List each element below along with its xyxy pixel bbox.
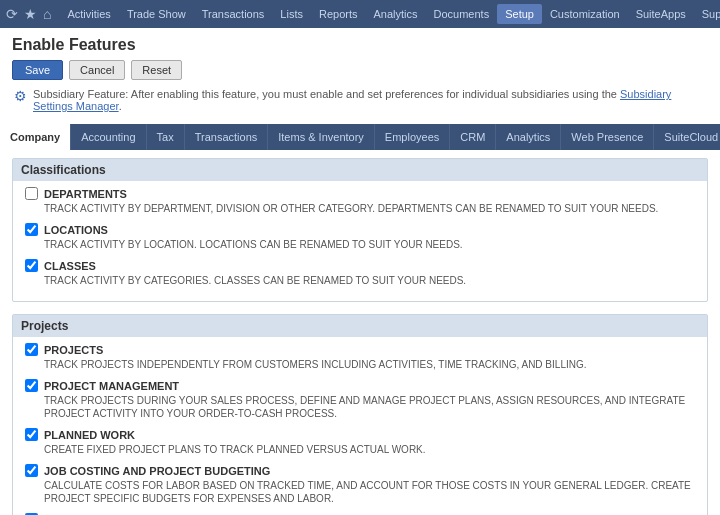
feature-planned-work: Planned Work Create fixed project plans … bbox=[25, 428, 695, 456]
nav-lists[interactable]: Lists bbox=[272, 4, 311, 24]
tab-company[interactable]: Company bbox=[0, 124, 71, 150]
departments-row: Departments bbox=[25, 187, 695, 200]
locations-desc: Track activity by location. Locations ca… bbox=[25, 238, 695, 251]
classifications-header: Classifications bbox=[13, 159, 707, 181]
classifications-section: Classifications Departments Track activi… bbox=[12, 158, 708, 302]
job-costing-checkbox[interactable] bbox=[25, 464, 38, 477]
planned-work-row: Planned Work bbox=[25, 428, 695, 441]
tab-analytics[interactable]: Analytics bbox=[496, 124, 561, 150]
subsidiary-icon: ⚙ bbox=[14, 88, 27, 104]
nav-support[interactable]: Support bbox=[694, 4, 720, 24]
tab-transactions[interactable]: Transactions bbox=[185, 124, 269, 150]
toolbar: Save Cancel Reset bbox=[12, 60, 708, 80]
project-management-label: Project Management bbox=[44, 380, 179, 392]
job-costing-label: Job Costing and Project Budgeting bbox=[44, 465, 270, 477]
projects-checkbox[interactable] bbox=[25, 343, 38, 356]
subsidiary-text: Subsidiary Feature: After enabling this … bbox=[33, 88, 706, 112]
classes-desc: Track activity by categories. Classes ca… bbox=[25, 274, 695, 287]
nav-customization[interactable]: Customization bbox=[542, 4, 628, 24]
projects-section: Projects Projects Track projects indepen… bbox=[12, 314, 708, 515]
feature-locations: Locations Track activity by location. Lo… bbox=[25, 223, 695, 251]
projects-header: Projects bbox=[13, 315, 707, 337]
projects-desc: Track projects independently from custom… bbox=[25, 358, 695, 371]
classes-label: Classes bbox=[44, 260, 96, 272]
planned-work-label: Planned Work bbox=[44, 429, 135, 441]
feature-departments: Departments Track activity by department… bbox=[25, 187, 695, 215]
project-management-row: Project Management bbox=[25, 379, 695, 392]
main-nav-items: Activities Trade Show Transactions Lists… bbox=[59, 4, 720, 24]
departments-desc: Track activity by department, division o… bbox=[25, 202, 695, 215]
classifications-body: Departments Track activity by department… bbox=[13, 181, 707, 301]
save-button[interactable]: Save bbox=[12, 60, 63, 80]
project-management-checkbox[interactable] bbox=[25, 379, 38, 392]
classes-checkbox[interactable] bbox=[25, 259, 38, 272]
projects-row: Projects bbox=[25, 343, 695, 356]
tab-tax[interactable]: Tax bbox=[147, 124, 185, 150]
nav-reports[interactable]: Reports bbox=[311, 4, 366, 24]
refresh-icon[interactable]: ⟳ bbox=[6, 6, 18, 22]
planned-work-desc: Create fixed project plans to track plan… bbox=[25, 443, 695, 456]
feature-projects: Projects Track projects independently fr… bbox=[25, 343, 695, 371]
star-icon[interactable]: ★ bbox=[24, 6, 37, 22]
nav-suiteapps[interactable]: SuiteApps bbox=[628, 4, 694, 24]
home-icon[interactable]: ⌂ bbox=[43, 6, 51, 22]
top-navigation: ⟳ ★ ⌂ Activities Trade Show Transactions… bbox=[0, 0, 720, 28]
projects-body: Projects Track projects independently fr… bbox=[13, 337, 707, 515]
feature-job-costing: Job Costing and Project Budgeting Calcul… bbox=[25, 464, 695, 505]
nav-analytics[interactable]: Analytics bbox=[366, 4, 426, 24]
cancel-button[interactable]: Cancel bbox=[69, 60, 125, 80]
job-costing-row: Job Costing and Project Budgeting bbox=[25, 464, 695, 477]
subsidiary-notice: ⚙ Subsidiary Feature: After enabling thi… bbox=[12, 88, 708, 112]
tab-items-inventory[interactable]: Items & Inventory bbox=[268, 124, 375, 150]
tab-web-presence[interactable]: Web Presence bbox=[561, 124, 654, 150]
projects-label: Projects bbox=[44, 344, 103, 356]
job-costing-desc: Calculate costs for labor based on track… bbox=[25, 479, 695, 505]
nav-quick-icons: ⟳ ★ ⌂ bbox=[6, 6, 51, 22]
locations-row: Locations bbox=[25, 223, 695, 236]
nav-documents[interactable]: Documents bbox=[426, 4, 498, 24]
nav-transactions[interactable]: Transactions bbox=[194, 4, 273, 24]
main-content: Classifications Departments Track activi… bbox=[0, 150, 720, 515]
reset-button[interactable]: Reset bbox=[131, 60, 182, 80]
locations-label: Locations bbox=[44, 224, 108, 236]
planned-work-checkbox[interactable] bbox=[25, 428, 38, 441]
feature-project-management: Project Management Track projects during… bbox=[25, 379, 695, 420]
tab-crm[interactable]: CRM bbox=[450, 124, 496, 150]
tab-bar: Company Accounting Tax Transactions Item… bbox=[0, 124, 720, 150]
nav-setup[interactable]: Setup bbox=[497, 4, 542, 24]
nav-activities[interactable]: Activities bbox=[59, 4, 118, 24]
departments-checkbox[interactable] bbox=[25, 187, 38, 200]
locations-checkbox[interactable] bbox=[25, 223, 38, 236]
tab-employees[interactable]: Employees bbox=[375, 124, 450, 150]
page-header: Enable Features Save Cancel Reset ⚙ Subs… bbox=[0, 28, 720, 124]
classes-row: Classes bbox=[25, 259, 695, 272]
departments-label: Departments bbox=[44, 188, 127, 200]
nav-tradeshow[interactable]: Trade Show bbox=[119, 4, 194, 24]
tab-suitecloud[interactable]: SuiteCloud bbox=[654, 124, 720, 150]
project-management-desc: Track projects during your sales process… bbox=[25, 394, 695, 420]
page-title: Enable Features bbox=[12, 36, 708, 54]
tab-accounting[interactable]: Accounting bbox=[71, 124, 146, 150]
feature-classes: Classes Track activity by categories. Cl… bbox=[25, 259, 695, 287]
